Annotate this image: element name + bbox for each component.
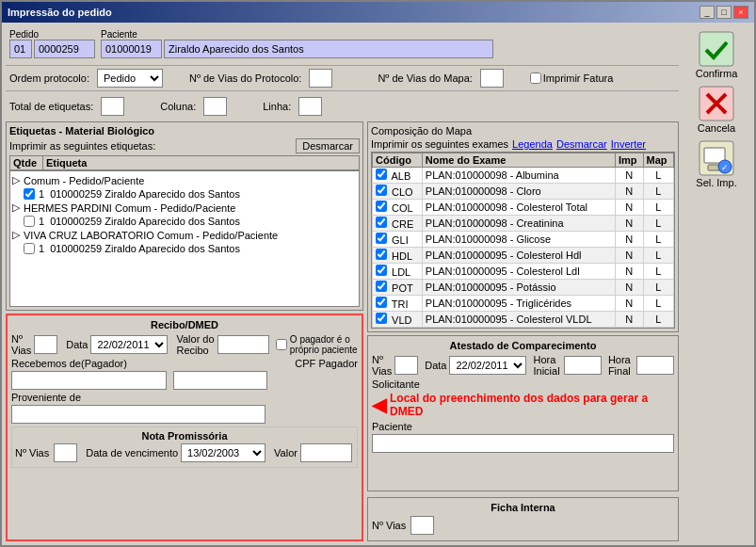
recibo-nvias-label: Nº Vias [11, 333, 31, 356]
exam-codigo: LDL [373, 264, 423, 280]
action-buttons-panel: Confirma Cancela [683, 26, 750, 541]
cpf-input[interactable]: 051.013.771-78 [173, 371, 267, 390]
second-controls-row: Total de etiquetas: 1 Coluna: 1 Linha: 1 [6, 95, 679, 118]
exam-map: L [643, 264, 673, 280]
sel-imp-btn[interactable]: ✓ Sel. Imp. [686, 139, 748, 188]
exam-checkbox[interactable] [376, 265, 387, 276]
desmarcar-comp-btn[interactable]: Desmarcar [556, 138, 607, 150]
exam-row: GLI PLAN:010000098 - Glicose N L [373, 232, 674, 248]
atestado-nvias-input[interactable]: 0 [394, 356, 418, 375]
etiquetas-header: Etiquetas - Material Biológico [9, 125, 360, 137]
composicao-header: Composição do Mapa [371, 125, 675, 137]
ficha-nvias-row: Nº Vias 0 [372, 516, 674, 535]
ordem-select[interactable]: Pedido [97, 69, 163, 88]
exam-checkbox[interactable] [376, 281, 387, 292]
exams-table: Código Nome do Exame Imp Map ALB [372, 153, 674, 328]
nota-valor-label: Valor [274, 447, 298, 459]
tree-item-1-text: 010000259 Ziraldo Aparecido dos Santos [50, 188, 240, 200]
recibo-nvias-input[interactable]: 0 [34, 335, 57, 354]
hora-inicial-input[interactable]: 16:29 [564, 356, 602, 375]
th-codigo: Código [373, 153, 423, 168]
tree-item-1-checkbox[interactable] [24, 188, 35, 200]
tree-item-3: 1 010000259 Ziraldo Aparecido dos Santos [24, 242, 357, 255]
exam-codigo: CLO [373, 184, 423, 200]
recibo-data-select[interactable]: 22/02/2011 [90, 335, 168, 354]
tree-item-2-checkbox[interactable] [24, 216, 35, 227]
confirma-icon [698, 30, 735, 68]
etiquetas-table-header: Qtde Etiqueta [9, 155, 360, 170]
exam-map: L [643, 232, 673, 248]
nvias-mapa-input[interactable]: 1 [480, 69, 504, 88]
atestado-paciente-label: Paciente [372, 421, 412, 432]
exam-nome: PLAN:010000095 - Potássio [422, 280, 615, 296]
top-info-row: Pedido 01 0000259 Paciente 01000019 Zira… [6, 26, 679, 61]
minimize-button[interactable]: _ [700, 6, 715, 19]
exam-nome: PLAN:010000095 - Colesterol VLDL [422, 312, 615, 328]
tree-group-1: ▷ Comum - Pedido/Paciente [12, 173, 357, 187]
imprimir-etiquetas-label: Imprimir as seguintes etiquetas: [9, 140, 155, 152]
tree-group-3-label: VIVA CRUZ LABORATORIO Comum - Pedido/Pac… [24, 230, 278, 241]
proveniente-input-row: exames clínicos [11, 405, 358, 424]
left-split: Etiquetas - Material Biológico Imprimir … [6, 121, 363, 541]
inverter-btn[interactable]: Inverter [611, 138, 646, 150]
confirma-btn[interactable]: Confirma [686, 30, 748, 79]
nota-title: Nota Promissória [15, 430, 354, 442]
ordem-label: Ordem protocolo: [9, 72, 89, 84]
pagador-proprio-checkbox[interactable] [276, 339, 287, 350]
total-etiquetas-input[interactable]: 1 [101, 97, 124, 116]
proveniente-input[interactable]: exames clínicos [11, 405, 265, 424]
recibo-recebemos-row: Recebemos de(Pagador) CPF Pagador [11, 358, 358, 369]
ficha-panel: Ficha Interna Nº Vias 0 [367, 497, 679, 541]
atestado-paciente-input[interactable]: Ziraldo Aparecido dos Santos [372, 434, 674, 453]
exam-map: L [643, 312, 673, 328]
linha-input[interactable]: 1 [298, 97, 322, 116]
tree-item-2-text: 010000259 Ziraldo Aparecido dos Santos [50, 216, 240, 227]
legenda-btn[interactable]: Legenda [512, 138, 553, 150]
nota-nvias-input[interactable]: 1 [54, 443, 77, 462]
solicitante-label: Solicitante [372, 378, 420, 390]
imprimir-fatura-checkbox[interactable] [530, 72, 541, 84]
tree-item-2-qtde: 1 [39, 216, 44, 227]
solicitante-row: Solicitante [372, 378, 674, 390]
th-imp: Imp [615, 153, 643, 168]
pedido-num1: 01 [9, 40, 32, 58]
exam-map: L [643, 168, 673, 184]
exam-imp: N [615, 248, 643, 264]
hora-final-input[interactable]: 16:29 [636, 356, 674, 375]
exam-checkbox[interactable] [376, 185, 387, 196]
exam-map: L [643, 280, 673, 296]
arrow-icon: ◀ [372, 394, 386, 416]
exam-checkbox[interactable] [376, 233, 387, 244]
close-button[interactable]: × [733, 6, 748, 19]
nota-vencimento-select[interactable]: 13/02/2003 [181, 443, 265, 462]
nvias-protocolo-input[interactable]: 2 [309, 69, 332, 88]
cancela-btn[interactable]: Cancela [686, 85, 748, 134]
exam-checkbox[interactable] [376, 201, 387, 212]
exam-nome: PLAN:010000098 - Albumina [422, 168, 615, 184]
maximize-button[interactable]: □ [716, 6, 732, 19]
svg-text:✓: ✓ [721, 163, 729, 172]
imprimir-exames-label: Imprimir os seguintes exames [371, 138, 508, 150]
tree-item-3-checkbox[interactable] [24, 243, 35, 254]
exam-checkbox[interactable] [376, 249, 387, 260]
recebemos-input[interactable]: Ziraldo Aparecido dos Santos [11, 371, 167, 390]
recibo-valor-input[interactable]: 171,13 [217, 335, 269, 354]
exam-checkbox[interactable] [376, 297, 387, 308]
exam-row: LDL PLAN:010000095 - Colesterol Ldl N L [373, 264, 674, 280]
exam-checkbox[interactable] [376, 313, 387, 324]
nota-valor-input[interactable]: 171,13 [300, 443, 352, 462]
exam-checkbox[interactable] [376, 217, 387, 228]
exam-codigo: VLD [373, 312, 423, 328]
ficha-nvias-input[interactable]: 0 [410, 516, 434, 535]
exam-nome: PLAN:010000098 - Glicose [422, 232, 615, 248]
th-map: Map [643, 153, 673, 168]
hora-final-label: Hora Final [608, 354, 634, 377]
exam-row: COL PLAN:010000098 - Colesterol Total N … [373, 200, 674, 216]
exam-row: TRI PLAN:010000095 - Triglicérides N L [373, 296, 674, 312]
exam-checkbox[interactable] [376, 169, 387, 180]
atestado-data-select[interactable]: 22/02/2011 [449, 356, 526, 375]
coluna-input[interactable]: 1 [203, 97, 227, 116]
desmarcar-etiquetas-btn[interactable]: Desmarcar [296, 138, 360, 153]
exam-codigo: ALB [373, 168, 423, 184]
linha-label: Linha: [263, 101, 291, 112]
